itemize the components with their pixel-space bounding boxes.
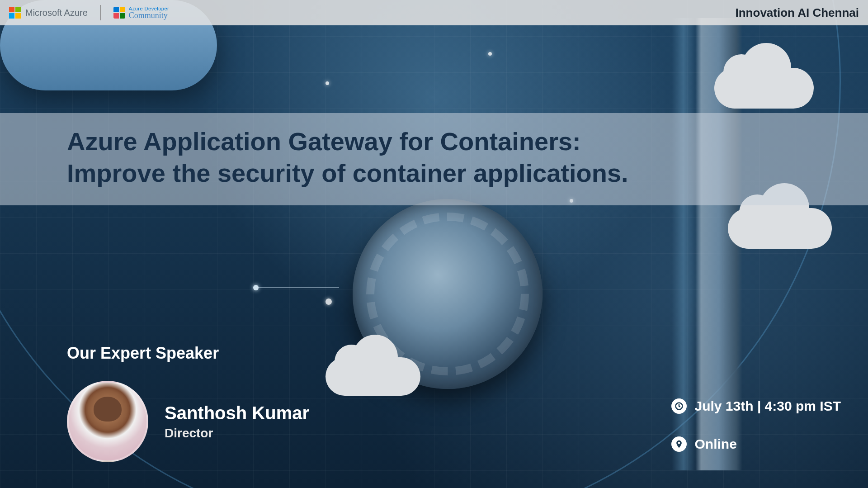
clock-icon	[671, 398, 687, 414]
cloud-icon	[728, 208, 832, 249]
event-datetime: July 13th | 4:30 pm IST	[695, 398, 841, 414]
event-title: Azure Application Gateway for Containers…	[67, 126, 868, 189]
community-name: Innovation AI Chennai	[736, 6, 859, 20]
event-datetime-row: July 13th | 4:30 pm IST	[671, 398, 841, 414]
speaker-avatar	[67, 381, 148, 462]
header-left: Microsoft Azure Azure Developer Communit…	[9, 5, 169, 20]
speaker-heading: Our Expert Speaker	[67, 344, 309, 363]
dot-accent-icon	[326, 81, 329, 85]
adc-label-top: Azure Developer	[129, 6, 169, 11]
event-location-row: Online	[671, 436, 841, 452]
speaker-name: Santhosh Kumar	[165, 403, 309, 423]
dot-accent-icon	[488, 52, 492, 56]
header-divider	[100, 5, 101, 20]
event-info: July 13th | 4:30 pm IST Online	[671, 398, 841, 452]
microsoft-azure-label: Microsoft Azure	[25, 8, 88, 18]
circuit-line	[258, 287, 339, 288]
microsoft-azure-logo: Microsoft Azure	[9, 7, 88, 19]
adc-badge-icon	[113, 7, 125, 19]
location-pin-icon	[671, 436, 687, 452]
title-band: Azure Application Gateway for Containers…	[0, 113, 868, 205]
event-location: Online	[695, 436, 737, 452]
speaker-section: Our Expert Speaker Santhosh Kumar Direct…	[67, 344, 309, 462]
header-bar: Microsoft Azure Azure Developer Communit…	[0, 0, 868, 25]
speaker-role: Director	[165, 426, 309, 441]
adc-label-script: Community	[129, 11, 169, 19]
title-line-1: Azure Application Gateway for Containers…	[67, 127, 581, 156]
title-line-2: Improve the security of container applic…	[67, 159, 628, 187]
cloud-icon	[714, 68, 814, 109]
microsoft-logo-icon	[9, 7, 21, 19]
cloud-icon	[326, 357, 420, 396]
dot-accent-icon	[326, 298, 332, 305]
azure-developer-community-logo: Azure Developer Community	[113, 6, 169, 19]
